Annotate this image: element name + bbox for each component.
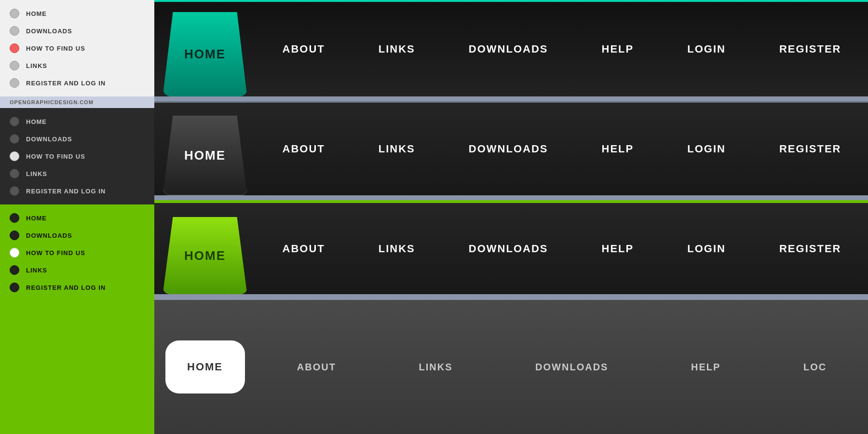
sidebar-item-register-dark[interactable]: REGISTER AND LOG IN: [0, 182, 154, 200]
nav1-about[interactable]: ABOUT: [283, 43, 325, 55]
sidebar-item-links-green[interactable]: LINKS: [0, 261, 154, 279]
nav4-links[interactable]: LINKS: [419, 362, 453, 373]
sidebar-item-register-green[interactable]: REGISTER AND LOG IN: [0, 279, 154, 296]
nav2-login[interactable]: LOGIN: [687, 143, 726, 155]
sidebar-label-findus-dark: HOW TO FIND US: [26, 153, 85, 160]
nav3-links[interactable]: LINKS: [379, 243, 415, 255]
sidebar-label-home-green: HOME: [26, 215, 47, 222]
sidebar-label-home-dark: HOME: [26, 118, 47, 125]
nav2-links[interactable]: LINKS: [379, 143, 415, 155]
navbar-3-links: ABOUT LINKS DOWNLOADS HELP LOGIN REGISTE…: [256, 203, 868, 294]
navbar-4-home-tab[interactable]: HOME: [165, 340, 245, 393]
sidebar-item-links-white[interactable]: LINKS: [0, 57, 154, 74]
sidebar-item-findus-green[interactable]: HOW TO FIND US: [0, 244, 154, 261]
navbar-4-home-label: HOME: [187, 361, 223, 373]
navbar-2-home-label: HOME: [184, 148, 226, 163]
navbar-1-home-wrapper: HOME: [154, 2, 256, 96]
dot-home-white: [10, 9, 19, 18]
sidebar-label-register-white: REGISTER AND LOG IN: [26, 80, 106, 87]
nav2-help[interactable]: HELP: [602, 143, 634, 155]
dot-downloads-dark: [10, 134, 19, 144]
sidebar-panel-white: HOME DOWNLOADS HOW TO FIND US LINKS REGI…: [0, 0, 154, 96]
navbar-4-links: ABOUT LINKS DOWNLOADS HELP LOC: [256, 300, 868, 434]
sidebar-panel-dark: HOME DOWNLOADS HOW TO FIND US LINKS REGI…: [0, 108, 154, 204]
navbar-2-home-wrapper: HOME: [154, 103, 256, 195]
nav1-register[interactable]: REGISTER: [779, 43, 841, 55]
separator-1: [154, 96, 868, 101]
navbar-3-home-label: HOME: [184, 248, 226, 263]
nav3-register[interactable]: REGISTER: [779, 243, 841, 255]
attribution-text: OPENGRAPHICDESIGN.COM: [10, 99, 94, 105]
sidebar-item-findus-white[interactable]: HOW TO FIND US: [0, 40, 154, 57]
sidebar-label-register-green: REGISTER AND LOG IN: [26, 284, 106, 291]
dot-findus-dark: [10, 151, 19, 161]
dot-register-white: [10, 78, 19, 88]
dot-downloads-white: [10, 26, 19, 36]
sidebar-item-downloads-green[interactable]: DOWNLOADS: [0, 227, 154, 244]
sidebar-label-links-dark: LINKS: [26, 170, 47, 177]
separator-2: [154, 195, 868, 200]
sidebar-label-register-dark: REGISTER AND LOG IN: [26, 188, 106, 195]
sidebar-label-findus-green: HOW TO FIND US: [26, 249, 85, 257]
nav4-help[interactable]: HELP: [691, 362, 720, 373]
dot-links-white: [10, 61, 19, 70]
navbar-3-home-wrapper: HOME: [154, 203, 256, 294]
nav3-help[interactable]: HELP: [602, 243, 634, 255]
navbar-3: HOME ABOUT LINKS DOWNLOADS HELP LOGIN RE…: [154, 200, 868, 294]
nav4-downloads[interactable]: DOWNLOADS: [535, 362, 608, 373]
sidebar: HOME DOWNLOADS HOW TO FIND US LINKS REGI…: [0, 0, 154, 434]
nav4-loc[interactable]: LOC: [803, 362, 827, 373]
dot-findus-white: [10, 43, 19, 53]
sidebar-label-links-white: LINKS: [26, 62, 47, 69]
nav3-downloads[interactable]: DOWNLOADS: [469, 243, 548, 255]
sidebar-item-register-white[interactable]: REGISTER AND LOG IN: [0, 74, 154, 92]
sidebar-item-home-white[interactable]: HOME: [0, 5, 154, 22]
dot-findus-green: [10, 248, 19, 258]
sidebar-label-links-green: LINKS: [26, 267, 47, 274]
dot-register-dark: [10, 186, 19, 196]
sidebar-item-links-dark[interactable]: LINKS: [0, 165, 154, 182]
navbar-2-links: ABOUT LINKS DOWNLOADS HELP LOGIN REGISTE…: [256, 103, 868, 195]
navbar-2-home-tab[interactable]: HOME: [163, 116, 247, 195]
navbar-3-home-tab[interactable]: HOME: [163, 217, 247, 294]
sidebar-label-downloads-white: DOWNLOADS: [26, 27, 72, 35]
navbar-4-home-wrapper: HOME: [154, 300, 256, 434]
sidebar-panel-green: HOME DOWNLOADS HOW TO FIND US LINKS REGI…: [0, 204, 154, 434]
nav3-about[interactable]: ABOUT: [283, 243, 325, 255]
dot-register-green: [10, 283, 19, 292]
sidebar-label-downloads-dark: DOWNLOADS: [26, 136, 72, 143]
sidebar-label-findus-white: HOW TO FIND US: [26, 45, 85, 52]
dot-links-dark: [10, 169, 19, 178]
nav1-links[interactable]: LINKS: [379, 43, 415, 55]
sidebar-item-downloads-white[interactable]: DOWNLOADS: [0, 22, 154, 40]
sidebar-label-home-white: HOME: [26, 10, 47, 17]
nav1-help[interactable]: HELP: [602, 43, 634, 55]
nav1-downloads[interactable]: DOWNLOADS: [469, 43, 548, 55]
nav2-register[interactable]: REGISTER: [779, 143, 841, 155]
navbar-2: HOME ABOUT LINKS DOWNLOADS HELP LOGIN RE…: [154, 101, 868, 195]
dot-downloads-green: [10, 231, 19, 240]
navbar-1-home-label: HOME: [184, 47, 226, 62]
nav4-about[interactable]: ABOUT: [297, 362, 336, 373]
navbar-1-home-tab[interactable]: HOME: [163, 12, 247, 96]
nav2-downloads[interactable]: DOWNLOADS: [469, 143, 548, 155]
main-content: HOME ABOUT LINKS DOWNLOADS HELP LOGIN RE…: [154, 0, 868, 434]
nav1-login[interactable]: LOGIN: [687, 43, 726, 55]
nav3-login[interactable]: LOGIN: [687, 243, 726, 255]
attribution-bar: OPENGRAPHICDESIGN.COM: [0, 96, 154, 108]
sidebar-label-downloads-green: DOWNLOADS: [26, 232, 72, 239]
dot-links-green: [10, 265, 19, 275]
navbar-1-links: ABOUT LINKS DOWNLOADS HELP LOGIN REGISTE…: [256, 2, 868, 96]
sidebar-item-home-dark[interactable]: HOME: [0, 113, 154, 130]
sidebar-item-findus-dark[interactable]: HOW TO FIND US: [0, 148, 154, 165]
navbar-4: HOME ABOUT LINKS DOWNLOADS HELP LOC: [154, 299, 868, 434]
sidebar-item-downloads-dark[interactable]: DOWNLOADS: [0, 130, 154, 148]
dot-home-dark: [10, 117, 19, 126]
separator-3: [154, 294, 868, 299]
nav2-about[interactable]: ABOUT: [283, 143, 325, 155]
dot-home-green: [10, 213, 19, 223]
sidebar-item-home-green[interactable]: HOME: [0, 209, 154, 227]
navbar-1: HOME ABOUT LINKS DOWNLOADS HELP LOGIN RE…: [154, 0, 868, 96]
